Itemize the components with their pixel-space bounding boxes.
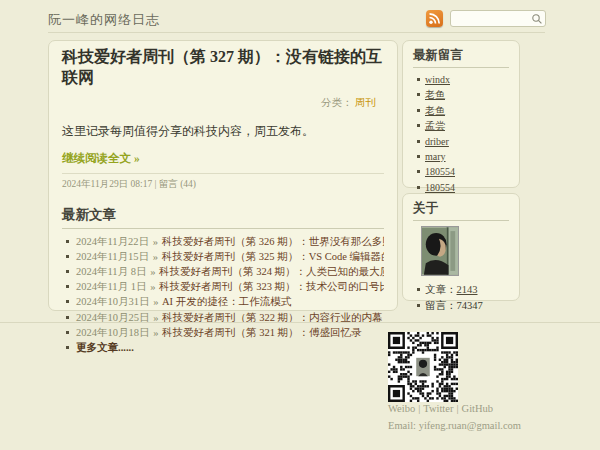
list-item: 老鱼	[413, 103, 509, 118]
arrow-separator: »	[149, 266, 156, 277]
item-date: 2024年11月 8日	[76, 266, 147, 277]
main-content: 科技爱好者周刊（第 327 期）：没有链接的互联网 分类： 周刊 这里记录每周值…	[48, 40, 398, 311]
list-item: 老鱼	[413, 87, 509, 102]
bullet-icon	[417, 93, 420, 96]
post-link[interactable]: AI 开发的捷径：工作流模式	[162, 296, 291, 307]
commenter-link[interactable]: 180554	[425, 166, 455, 177]
list-item: 2024年11月 1日 » 科技爱好者周刊（第 323 期）：技术公司的口号比拼	[62, 279, 384, 294]
github-link[interactable]: GitHub	[462, 403, 494, 414]
bullet-icon	[66, 240, 69, 243]
bullet-icon	[66, 346, 69, 349]
bullet-icon	[417, 304, 420, 307]
item-date: 2024年11月22日	[76, 236, 149, 247]
header-divider	[48, 32, 545, 33]
post-link[interactable]: 科技爱好者周刊（第 325 期）：VS Code 编辑器的下一站是 Zed？	[162, 251, 384, 262]
bullet-icon	[417, 155, 420, 158]
bullet-icon	[417, 78, 420, 81]
list-item: windx	[413, 72, 509, 87]
recent-comments-box: 最新留言 windx 老鱼 老鱼 孟尝 driber mary 180554 1…	[402, 40, 520, 188]
post-link[interactable]: 科技爱好者周刊（第 321 期）：傅盛回忆录	[162, 327, 362, 338]
category-link[interactable]: 周刊	[355, 97, 376, 108]
commenter-link[interactable]: driber	[425, 136, 449, 147]
commenter-link[interactable]: windx	[425, 74, 450, 85]
list-item: 2024年11月22日 » 科技爱好者周刊（第 326 期）：世界没有那么多财富	[62, 234, 384, 249]
list-item: 180554	[413, 164, 509, 179]
about-box: 关于 文章：2143 留言：74347	[402, 193, 520, 301]
arrow-separator: »	[152, 312, 159, 323]
bullet-icon	[66, 331, 69, 334]
articles-stat: 文章：2143	[413, 282, 509, 298]
avatar	[421, 226, 459, 276]
post-link[interactable]: 科技爱好者周刊（第 324 期）：人类已知的最大质数	[159, 266, 384, 277]
email-line: Email: yifeng.ruan@gmail.com	[388, 420, 521, 431]
list-item: 2024年11月15日 » 科技爱好者周刊（第 325 期）：VS Code 编…	[62, 249, 384, 264]
about-stats: 文章：2143 留言：74347	[413, 282, 509, 314]
list-item: 2024年10月31日 » AI 开发的捷径：工作流模式	[62, 294, 384, 309]
weibo-link[interactable]: Weibo	[388, 403, 415, 414]
post-link[interactable]: 科技爱好者周刊（第 326 期）：世界没有那么多财富	[162, 236, 384, 247]
post-summary: 这里记录每周值得分享的科技内容，周五发布。	[62, 123, 384, 140]
bullet-icon	[66, 270, 69, 273]
arrow-separator: »	[152, 327, 159, 338]
recent-posts-list: 2024年11月22日 » 科技爱好者周刊（第 326 期）：世界没有那么多财富…	[62, 234, 384, 356]
articles-count-link[interactable]: 2143	[457, 284, 478, 295]
post-link[interactable]: 科技爱好者周刊（第 322 期）：内容行业的内幕	[162, 312, 383, 323]
recent-comments-heading: 最新留言	[413, 47, 509, 68]
bullet-icon	[66, 316, 69, 319]
bullet-icon	[417, 109, 420, 112]
bullet-icon	[417, 186, 420, 189]
arrow-separator: »	[152, 251, 159, 262]
search-box	[450, 10, 546, 27]
category-line: 分类： 周刊	[62, 96, 384, 110]
commenter-link[interactable]: 老鱼	[425, 89, 445, 100]
email-address: yifeng.ruan@gmail.com	[419, 420, 521, 431]
bullet-icon	[66, 285, 69, 288]
list-item: 更多文章......	[62, 340, 384, 355]
comments-stat: 留言：74347	[413, 298, 509, 314]
commenter-list: windx 老鱼 老鱼 孟尝 driber mary 180554 180554	[413, 72, 509, 195]
item-date: 2024年10月31日	[76, 296, 150, 307]
item-date: 2024年11月15日	[76, 251, 149, 262]
post-meta: 2024年11月29日 08:17 | 留言 (44)	[62, 173, 384, 191]
twitter-link[interactable]: Twitter	[423, 403, 453, 414]
search-icon[interactable]	[531, 13, 543, 25]
commenter-link[interactable]: 孟尝	[425, 120, 445, 131]
commenter-link[interactable]: 180554	[425, 182, 455, 193]
post-link[interactable]: 科技爱好者周刊（第 323 期）：技术公司的口号比拼	[159, 281, 384, 292]
list-item: mary	[413, 149, 509, 164]
footer-divider	[0, 322, 600, 323]
item-date: 2024年10月25日	[76, 312, 150, 323]
bullet-icon	[417, 288, 420, 291]
read-more-link[interactable]: 继续阅读全文 »	[62, 151, 140, 166]
list-item: 孟尝	[413, 118, 509, 133]
arrow-separator: »	[152, 296, 159, 307]
rss-icon	[426, 10, 443, 27]
post-datetime: 2024年11月29日 08:17	[62, 179, 152, 189]
email-label: Email:	[388, 420, 416, 431]
articles-label: 文章：	[425, 284, 457, 295]
list-item: driber	[413, 134, 509, 149]
bullet-icon	[417, 140, 420, 143]
rss-button[interactable]	[426, 10, 443, 27]
comments-count: 74347	[457, 300, 483, 311]
site-title: 阮一峰的网络日志	[48, 11, 160, 29]
list-item: 2024年10月18日 » 科技爱好者周刊（第 321 期）：傅盛回忆录	[62, 325, 384, 340]
category-label: 分类：	[321, 97, 353, 108]
qr-code	[388, 332, 458, 402]
social-links: Weibo|Twitter|GitHub	[388, 403, 493, 414]
blog-page: 阮一峰的网络日志 科技爱好者周刊（第 327 期）：没有链接的互联网 分类： 周…	[0, 0, 600, 450]
bullet-icon	[66, 255, 69, 258]
list-item: 2024年11月 8日 » 科技爱好者周刊（第 324 期）：人类已知的最大质数	[62, 264, 384, 279]
link-separator: |	[453, 403, 461, 414]
arrow-separator: »	[152, 236, 159, 247]
commenter-link[interactable]: 老鱼	[425, 105, 445, 116]
search-input[interactable]	[451, 13, 531, 24]
item-date: 2024年11月 1日	[76, 281, 147, 292]
recent-posts-heading: 最新文章	[62, 206, 384, 229]
comments-label: 留言：	[425, 300, 457, 311]
post-comments-link[interactable]: 留言 (44)	[159, 179, 196, 189]
commenter-link[interactable]: mary	[425, 151, 446, 162]
post-title[interactable]: 科技爱好者周刊（第 327 期）：没有链接的互联网	[62, 47, 384, 89]
more-posts-link[interactable]: 更多文章......	[76, 342, 134, 353]
arrow-separator: »	[149, 281, 156, 292]
